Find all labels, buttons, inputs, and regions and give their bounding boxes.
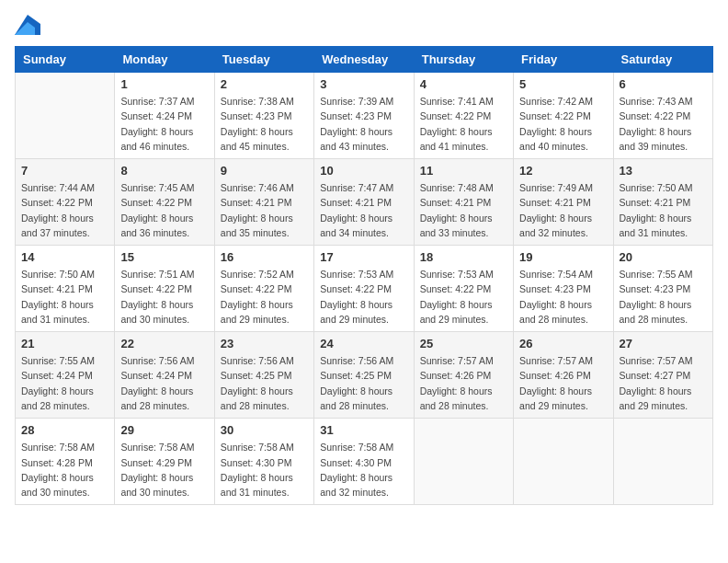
calendar-day-cell: 30Sunrise: 7:58 AMSunset: 4:30 PMDayligh…: [214, 419, 313, 505]
day-number: 23: [221, 337, 308, 350]
day-info: Sunrise: 7:47 AMSunset: 4:21 PMDaylight:…: [320, 180, 407, 240]
day-number: 8: [120, 164, 208, 178]
day-number: 9: [221, 164, 308, 178]
calendar-day-cell: 21Sunrise: 7:55 AMSunset: 4:24 PMDayligh…: [16, 332, 115, 419]
day-number: 30: [221, 423, 308, 437]
day-info: Sunrise: 7:57 AMSunset: 4:26 PMDaylight:…: [420, 353, 507, 413]
calendar-day-cell: 15Sunrise: 7:51 AMSunset: 4:22 PMDayligh…: [115, 246, 214, 332]
day-number: 4: [420, 77, 507, 91]
day-number: 25: [420, 337, 507, 350]
day-info: Sunrise: 7:56 AMSunset: 4:25 PMDaylight:…: [320, 353, 407, 413]
calendar-day-cell: 27Sunrise: 7:57 AMSunset: 4:27 PMDayligh…: [613, 332, 712, 419]
day-info: Sunrise: 7:38 AMSunset: 4:23 PMDaylight:…: [221, 94, 308, 154]
calendar-day-cell: 8Sunrise: 7:45 AMSunset: 4:22 PMDaylight…: [115, 159, 214, 246]
calendar-day-cell: 18Sunrise: 7:53 AMSunset: 4:22 PMDayligh…: [414, 246, 513, 332]
day-number: 31: [320, 423, 407, 437]
calendar-week-row: 14Sunrise: 7:50 AMSunset: 4:21 PMDayligh…: [16, 246, 713, 332]
logo: [15, 15, 44, 35]
day-of-week-header: Wednesday: [314, 47, 414, 73]
day-number: 15: [120, 250, 208, 264]
day-info: Sunrise: 7:55 AMSunset: 4:24 PMDaylight:…: [21, 353, 108, 413]
day-info: Sunrise: 7:55 AMSunset: 4:23 PMDaylight:…: [620, 267, 707, 327]
day-info: Sunrise: 7:46 AMSunset: 4:21 PMDaylight:…: [221, 180, 308, 240]
day-number: 12: [519, 164, 607, 178]
day-number: 3: [320, 77, 407, 91]
day-info: Sunrise: 7:57 AMSunset: 4:27 PMDaylight:…: [620, 353, 707, 413]
day-number: 7: [21, 164, 108, 178]
day-number: 20: [620, 250, 707, 264]
day-info: Sunrise: 7:37 AMSunset: 4:24 PMDaylight:…: [120, 94, 208, 154]
day-number: 18: [420, 250, 507, 264]
day-info: Sunrise: 7:51 AMSunset: 4:22 PMDaylight:…: [120, 267, 208, 327]
day-info: Sunrise: 7:41 AMSunset: 4:22 PMDaylight:…: [420, 94, 507, 154]
calendar-day-cell: 26Sunrise: 7:57 AMSunset: 4:26 PMDayligh…: [514, 332, 613, 419]
day-number: 28: [21, 423, 108, 437]
calendar-day-cell: 31Sunrise: 7:58 AMSunset: 4:30 PMDayligh…: [314, 419, 414, 505]
day-info: Sunrise: 7:56 AMSunset: 4:25 PMDaylight:…: [221, 353, 308, 413]
calendar-day-cell: 13Sunrise: 7:50 AMSunset: 4:21 PMDayligh…: [613, 159, 712, 246]
calendar-day-cell: 29Sunrise: 7:58 AMSunset: 4:29 PMDayligh…: [115, 419, 214, 505]
day-of-week-header: Friday: [514, 47, 613, 73]
day-info: Sunrise: 7:44 AMSunset: 4:22 PMDaylight:…: [21, 180, 108, 240]
calendar-day-cell: 22Sunrise: 7:56 AMSunset: 4:24 PMDayligh…: [115, 332, 214, 419]
day-info: Sunrise: 7:58 AMSunset: 4:28 PMDaylight:…: [21, 440, 108, 500]
calendar-header-row: SundayMondayTuesdayWednesdayThursdayFrid…: [16, 47, 713, 73]
calendar-day-cell: 5Sunrise: 7:42 AMSunset: 4:22 PMDaylight…: [514, 73, 613, 159]
day-number: 13: [620, 164, 707, 178]
calendar-day-cell: 16Sunrise: 7:52 AMSunset: 4:22 PMDayligh…: [214, 246, 313, 332]
calendar-week-row: 7Sunrise: 7:44 AMSunset: 4:22 PMDaylight…: [16, 159, 713, 246]
calendar-day-cell: [514, 419, 613, 505]
day-number: 1: [120, 77, 208, 91]
calendar-table: SundayMondayTuesdayWednesdayThursdayFrid…: [15, 46, 713, 505]
day-info: Sunrise: 7:58 AMSunset: 4:30 PMDaylight:…: [221, 440, 308, 500]
calendar-week-row: 1Sunrise: 7:37 AMSunset: 4:24 PMDaylight…: [16, 73, 713, 159]
day-number: 22: [120, 337, 208, 350]
calendar-day-cell: 19Sunrise: 7:54 AMSunset: 4:23 PMDayligh…: [514, 246, 613, 332]
calendar-week-row: 28Sunrise: 7:58 AMSunset: 4:28 PMDayligh…: [16, 419, 713, 505]
calendar-day-cell: 28Sunrise: 7:58 AMSunset: 4:28 PMDayligh…: [16, 419, 115, 505]
day-info: Sunrise: 7:48 AMSunset: 4:21 PMDaylight:…: [420, 180, 507, 240]
day-info: Sunrise: 7:50 AMSunset: 4:21 PMDaylight:…: [21, 267, 108, 327]
calendar-day-cell: 14Sunrise: 7:50 AMSunset: 4:21 PMDayligh…: [16, 246, 115, 332]
day-info: Sunrise: 7:58 AMSunset: 4:30 PMDaylight:…: [320, 440, 407, 500]
calendar-day-cell: 3Sunrise: 7:39 AMSunset: 4:23 PMDaylight…: [314, 73, 414, 159]
calendar-day-cell: 17Sunrise: 7:53 AMSunset: 4:22 PMDayligh…: [314, 246, 414, 332]
calendar-day-cell: [613, 419, 712, 505]
day-number: 16: [221, 250, 308, 264]
day-number: 21: [21, 337, 108, 350]
day-number: 2: [221, 77, 308, 91]
day-of-week-header: Monday: [115, 47, 214, 73]
calendar-day-cell: [414, 419, 513, 505]
day-info: Sunrise: 7:53 AMSunset: 4:22 PMDaylight:…: [320, 267, 407, 327]
logo-icon: [15, 15, 40, 35]
day-of-week-header: Sunday: [16, 47, 115, 73]
day-number: 5: [519, 77, 607, 91]
day-number: 27: [620, 337, 707, 350]
day-info: Sunrise: 7:52 AMSunset: 4:22 PMDaylight:…: [221, 267, 308, 327]
calendar-day-cell: 6Sunrise: 7:43 AMSunset: 4:22 PMDaylight…: [613, 73, 712, 159]
calendar-week-row: 21Sunrise: 7:55 AMSunset: 4:24 PMDayligh…: [16, 332, 713, 419]
calendar-day-cell: 24Sunrise: 7:56 AMSunset: 4:25 PMDayligh…: [314, 332, 414, 419]
page-header: [15, 15, 713, 35]
calendar-day-cell: 10Sunrise: 7:47 AMSunset: 4:21 PMDayligh…: [314, 159, 414, 246]
day-number: 19: [519, 250, 607, 264]
calendar-day-cell: 23Sunrise: 7:56 AMSunset: 4:25 PMDayligh…: [214, 332, 313, 419]
calendar-day-cell: 4Sunrise: 7:41 AMSunset: 4:22 PMDaylight…: [414, 73, 513, 159]
day-number: 6: [620, 77, 707, 91]
day-info: Sunrise: 7:58 AMSunset: 4:29 PMDaylight:…: [120, 440, 208, 500]
day-info: Sunrise: 7:54 AMSunset: 4:23 PMDaylight:…: [519, 267, 607, 327]
calendar-day-cell: 20Sunrise: 7:55 AMSunset: 4:23 PMDayligh…: [613, 246, 712, 332]
day-number: 26: [519, 337, 607, 350]
calendar-day-cell: 7Sunrise: 7:44 AMSunset: 4:22 PMDaylight…: [16, 159, 115, 246]
day-info: Sunrise: 7:50 AMSunset: 4:21 PMDaylight:…: [620, 180, 707, 240]
day-info: Sunrise: 7:45 AMSunset: 4:22 PMDaylight:…: [120, 180, 208, 240]
calendar-day-cell: 1Sunrise: 7:37 AMSunset: 4:24 PMDaylight…: [115, 73, 214, 159]
calendar-day-cell: 25Sunrise: 7:57 AMSunset: 4:26 PMDayligh…: [414, 332, 513, 419]
calendar-day-cell: [16, 73, 115, 159]
day-info: Sunrise: 7:39 AMSunset: 4:23 PMDaylight:…: [320, 94, 407, 154]
day-info: Sunrise: 7:53 AMSunset: 4:22 PMDaylight:…: [420, 267, 507, 327]
day-number: 14: [21, 250, 108, 264]
day-of-week-header: Tuesday: [214, 47, 313, 73]
calendar-day-cell: 12Sunrise: 7:49 AMSunset: 4:21 PMDayligh…: [514, 159, 613, 246]
day-info: Sunrise: 7:57 AMSunset: 4:26 PMDaylight:…: [519, 353, 607, 413]
